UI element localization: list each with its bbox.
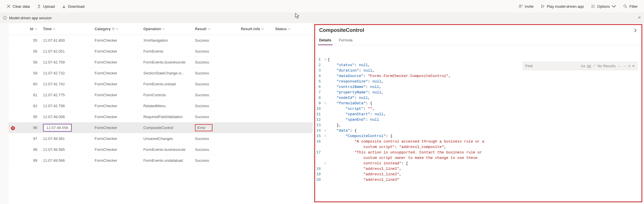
options-button[interactable]: Options	[590, 3, 617, 10]
cell-time: 11:07:42.051	[43, 49, 95, 53]
clear-data-button[interactable]: Clear data	[6, 3, 30, 10]
top-toolbar: Clear data Upload Download Invite Play m…	[0, 0, 644, 13]
detail-pane: CompositeControl Details Formula Aa Ab .…	[314, 24, 642, 202]
whole-word-icon[interactable]: Ab	[587, 64, 591, 68]
cell-id: 61	[17, 93, 43, 97]
table-row[interactable]: 6211:07:42.798FormCheckerRelatedMenuSucc…	[9, 101, 313, 111]
invite-icon	[518, 4, 523, 9]
fold-icon[interactable]: ⊟	[323, 101, 328, 106]
table-row[interactable]: 9711:07:49.561FormCheckerUnsavedChangesS…	[9, 133, 313, 144]
session-bar: Model-driven app session ✕	[0, 13, 644, 23]
col-category-header[interactable]: Category	[95, 27, 143, 31]
cell-category: FormChecker	[95, 126, 143, 130]
events-grid: Id Time Category Operation Result Re	[9, 23, 313, 204]
fold-icon[interactable]: ⊟	[323, 161, 328, 166]
cell-time: 11:07:49.565	[43, 147, 95, 152]
find-input[interactable]	[525, 64, 579, 68]
cell-result: Success	[195, 93, 241, 97]
cell-operation: SectionStateChange.vi...	[143, 71, 195, 75]
prev-match-icon[interactable]: ←	[618, 64, 621, 68]
upload-button[interactable]: Upload	[36, 3, 55, 10]
close-session-icon[interactable]: ✕	[638, 15, 641, 20]
chevron-down-icon	[53, 28, 56, 30]
cell-id: 99	[17, 158, 43, 163]
fold-icon[interactable]: ⊟	[323, 133, 328, 139]
download-label: Download	[68, 4, 85, 9]
cell-result: Success	[195, 82, 241, 86]
play-app-button[interactable]: Play model-driven app	[540, 3, 584, 10]
tab-details[interactable]: Details	[318, 36, 333, 45]
table-row[interactable]: 6011:07:42.742FormCheckerFormEvents.onlo…	[9, 79, 313, 90]
fold-icon	[323, 155, 328, 161]
cell-id: 59	[17, 71, 43, 75]
fold-icon	[323, 111, 328, 117]
cell-time: 11:07:42.742	[43, 82, 95, 86]
download-icon	[62, 4, 66, 9]
table-row[interactable]: 6111:07:42.775FormCheckerFormControlsSuc…	[9, 90, 313, 101]
fold-icon[interactable]: ⊟	[323, 128, 328, 133]
cell-time: 11:07:42.775	[43, 93, 95, 97]
cell-id: 96	[17, 126, 43, 130]
fold-icon	[323, 150, 328, 155]
col-id-header[interactable]: Id	[17, 27, 43, 31]
find-bar: Aa Ab .* No Results ← → ≡ ✕	[523, 62, 637, 70]
download-button[interactable]: Download	[61, 3, 85, 10]
cell-operation: RequiredFieldValidation	[143, 115, 195, 119]
regex-icon[interactable]: .*	[593, 64, 595, 68]
fold-icon	[323, 62, 328, 68]
upload-icon	[37, 4, 41, 9]
table-row[interactable]: 9911:07:49.566FormCheckerFormEvents.onda…	[9, 155, 313, 166]
table-row[interactable]: ✕9611:07:49.556FormCheckerCompositeContr…	[9, 122, 313, 133]
cell-result: Success	[195, 136, 241, 141]
grid-body[interactable]: 5511:07:41.800FormCheckerXrmNavigationSu…	[9, 35, 313, 166]
cell-result: Success	[195, 147, 241, 152]
grid-header: Id Time Category Operation Result Re	[9, 23, 313, 35]
table-row[interactable]: 5611:07:42.051FormCheckerFormEventsSucce…	[9, 46, 313, 57]
info-icon	[3, 16, 7, 20]
table-row[interactable]: 5911:07:42.732FormCheckerSectionStateCha…	[9, 68, 313, 79]
cell-time: 11:07:42.732	[43, 71, 95, 75]
fold-icon	[323, 177, 328, 182]
fold-icon	[323, 117, 328, 122]
fold-icon[interactable]: ⊟	[323, 57, 328, 62]
cell-operation: UnsavedChanges	[143, 136, 195, 141]
col-status-header[interactable]: Status	[275, 27, 304, 31]
find-in-selection-icon[interactable]: ≡	[628, 64, 630, 68]
chevron-right-icon[interactable]	[633, 28, 637, 32]
cell-operation: FormControls	[143, 93, 195, 97]
cell-operation: FormEvents.businessrule	[143, 147, 195, 152]
cell-result: Success	[195, 60, 241, 64]
cell-operation: XrmNavigation	[143, 38, 195, 43]
chevron-down-icon	[612, 4, 616, 9]
col-resultinfo-header[interactable]: Result info	[241, 27, 275, 31]
chevron-down-icon	[34, 28, 37, 30]
table-row[interactable]: 9811:07:49.565FormCheckerFormEvents.busi…	[9, 144, 313, 155]
next-match-icon[interactable]: →	[623, 64, 627, 68]
cell-id: 95	[17, 115, 43, 119]
cell-time: 11:07:49.561	[43, 136, 95, 141]
cell-time: 11:07:49.556	[43, 124, 95, 132]
col-operation-header[interactable]: Operation	[143, 27, 195, 31]
match-case-icon[interactable]: Aa	[581, 64, 585, 68]
table-row[interactable]: 9511:07:49.006FormCheckerRequiredFieldVa…	[9, 111, 313, 122]
tab-formula[interactable]: Formula	[338, 36, 354, 45]
cell-id: 58	[17, 60, 43, 64]
close-find-icon[interactable]: ✕	[632, 64, 635, 68]
filter-button[interactable]: Filter	[622, 3, 638, 10]
chevron-down-icon	[288, 28, 291, 30]
chevron-down-icon	[261, 28, 264, 30]
error-icon: ✕	[11, 126, 15, 130]
svg-point-3	[5, 17, 5, 17]
table-row[interactable]: 5511:07:41.800FormCheckerXrmNavigationSu…	[9, 35, 313, 46]
col-result-header[interactable]: Result	[195, 27, 241, 31]
col-time-header[interactable]: Time	[43, 27, 95, 31]
invite-button[interactable]: Invite	[518, 3, 534, 10]
cell-category: FormChecker	[95, 104, 143, 108]
cell-time: 11:07:49.006	[43, 115, 95, 119]
chevron-down-icon	[116, 28, 119, 30]
cell-id: 60	[17, 82, 43, 86]
fold-icon	[323, 144, 328, 150]
table-row[interactable]: 5811:07:42.709FormCheckerFormEvents.busi…	[9, 57, 313, 68]
cell-id: 62	[17, 104, 43, 108]
cell-id: 98	[17, 147, 43, 152]
